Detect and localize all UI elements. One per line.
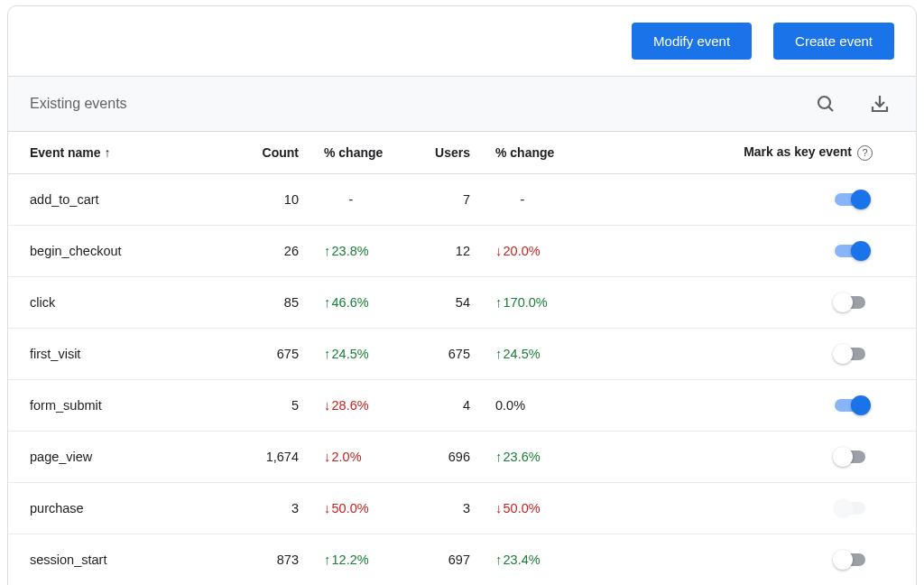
count-cell: 85 — [243, 276, 306, 328]
users-cell: 4 — [414, 379, 477, 431]
event-name-cell[interactable]: first_visit — [8, 328, 243, 379]
download-icon[interactable] — [865, 89, 894, 118]
arrow-down-icon: ↓ — [495, 244, 503, 257]
change-down: ↓2.0% — [324, 450, 362, 464]
count-cell: 26 — [243, 225, 306, 276]
users-cell: 7 — [414, 173, 477, 225]
search-icon[interactable] — [811, 89, 840, 118]
sort-ascending-icon: ↑ — [105, 145, 111, 160]
arrow-down-icon: ↓ — [324, 501, 331, 515]
key-toggle-cell — [586, 225, 916, 276]
key-event-toggle[interactable] — [833, 292, 873, 313]
change-value: 50.0% — [332, 501, 369, 515]
key-event-toggle[interactable] — [833, 549, 873, 571]
change-value: 20.0% — [504, 244, 541, 258]
column-header-event-name[interactable]: Event name↑ — [8, 132, 243, 173]
change-value: 23.4% — [504, 552, 541, 567]
events-table: Event name↑ Count % change Users % chang… — [8, 132, 916, 585]
users-change-cell: ↓20.0% — [477, 225, 586, 276]
change-up: ↑24.5% — [324, 347, 369, 361]
key-event-toggle[interactable] — [833, 189, 873, 210]
arrow-up-icon: ↑ — [495, 450, 503, 463]
count-change-cell: ↓28.6% — [306, 379, 414, 431]
event-name-cell[interactable]: page_view — [8, 431, 243, 482]
change-down: ↓20.0% — [495, 244, 541, 258]
count-change-cell: - — [306, 173, 414, 225]
change-value: 28.6% — [332, 398, 369, 413]
event-name-cell[interactable]: form_submit — [8, 379, 243, 431]
change-up: ↑24.5% — [495, 347, 541, 361]
users-cell: 675 — [414, 328, 477, 379]
key-toggle-cell — [586, 482, 916, 534]
key-event-toggle[interactable] — [833, 446, 873, 468]
users-change-cell: 0.0% — [477, 379, 586, 431]
users-change-cell: ↑170.0% — [477, 276, 586, 328]
change-up: ↑23.6% — [495, 450, 541, 464]
table-row: page_view1,674↓2.0%696↑23.6% — [8, 431, 916, 482]
event-name-cell[interactable]: click — [8, 276, 243, 328]
count-change-cell: ↑12.2% — [306, 534, 414, 585]
column-header-users-change[interactable]: % change — [477, 132, 586, 173]
event-name-cell[interactable]: begin_checkout — [8, 225, 243, 276]
change-up: ↑23.4% — [495, 552, 541, 567]
users-change-cell: - — [477, 173, 586, 225]
event-name-cell[interactable]: purchase — [8, 482, 243, 534]
users-change-cell: ↑23.6% — [477, 431, 586, 482]
key-event-toggle[interactable] — [833, 343, 873, 365]
count-cell: 675 — [243, 328, 306, 379]
arrow-up-icon: ↑ — [495, 347, 503, 360]
column-header-count-change[interactable]: % change — [306, 132, 414, 173]
count-cell: 873 — [243, 534, 306, 585]
key-event-toggle[interactable] — [833, 240, 873, 262]
column-header-count[interactable]: Count — [243, 132, 306, 173]
count-cell: 10 — [243, 173, 306, 225]
count-cell: 3 — [243, 482, 306, 534]
count-change-cell: ↑46.6% — [306, 276, 414, 328]
event-name-cell[interactable]: add_to_cart — [8, 173, 243, 225]
change-up: ↑170.0% — [495, 295, 548, 310]
change-value: 24.5% — [504, 347, 541, 361]
section-title: Existing events — [30, 96, 127, 112]
table-row: first_visit675↑24.5%675↑24.5% — [8, 328, 916, 379]
count-change-cell: ↑24.5% — [306, 328, 414, 379]
modify-event-button[interactable]: Modify event — [632, 23, 752, 60]
change-value: 50.0% — [504, 501, 541, 515]
key-toggle-cell — [586, 379, 916, 431]
top-actions-bar: Modify event Create event — [8, 6, 916, 77]
change-down: ↓28.6% — [324, 398, 369, 413]
table-row: form_submit5↓28.6%40.0% — [8, 379, 916, 431]
help-icon[interactable]: ? — [857, 145, 873, 161]
arrow-up-icon: ↑ — [495, 295, 503, 309]
arrow-down-icon: ↓ — [324, 450, 331, 463]
users-change-cell: ↑23.4% — [477, 534, 586, 585]
change-up: ↑23.8% — [324, 244, 369, 258]
count-cell: 1,674 — [243, 431, 306, 482]
arrow-up-icon: ↑ — [324, 295, 331, 309]
arrow-up-icon: ↑ — [324, 347, 331, 360]
change-value: 46.6% — [332, 295, 369, 310]
svg-line-1 — [828, 107, 833, 111]
users-change-cell: ↓50.0% — [477, 482, 586, 534]
table-row: begin_checkout26↑23.8%12↓20.0% — [8, 225, 916, 276]
key-event-toggle[interactable] — [833, 395, 873, 416]
arrow-down-icon: ↓ — [324, 398, 331, 412]
key-toggle-cell — [586, 173, 916, 225]
arrow-up-icon: ↑ — [495, 552, 503, 566]
create-event-button[interactable]: Create event — [773, 23, 894, 60]
users-cell: 696 — [414, 431, 477, 482]
key-event-toggle — [833, 497, 873, 519]
users-cell: 3 — [414, 482, 477, 534]
change-up: ↑46.6% — [324, 295, 369, 310]
count-change-cell: ↓50.0% — [306, 482, 414, 534]
change-neutral: 0.0% — [495, 398, 525, 413]
key-toggle-cell — [586, 431, 916, 482]
change-none: - — [324, 192, 378, 207]
table-row: session_start873↑12.2%697↑23.4% — [8, 534, 916, 585]
column-header-users[interactable]: Users — [414, 132, 477, 173]
column-header-mark-key: Mark as key event? — [586, 132, 916, 173]
arrow-up-icon: ↑ — [324, 552, 331, 566]
change-down: ↓50.0% — [495, 501, 541, 515]
event-name-cell[interactable]: session_start — [8, 534, 243, 585]
key-toggle-cell — [586, 534, 916, 585]
change-value: 12.2% — [332, 552, 369, 567]
